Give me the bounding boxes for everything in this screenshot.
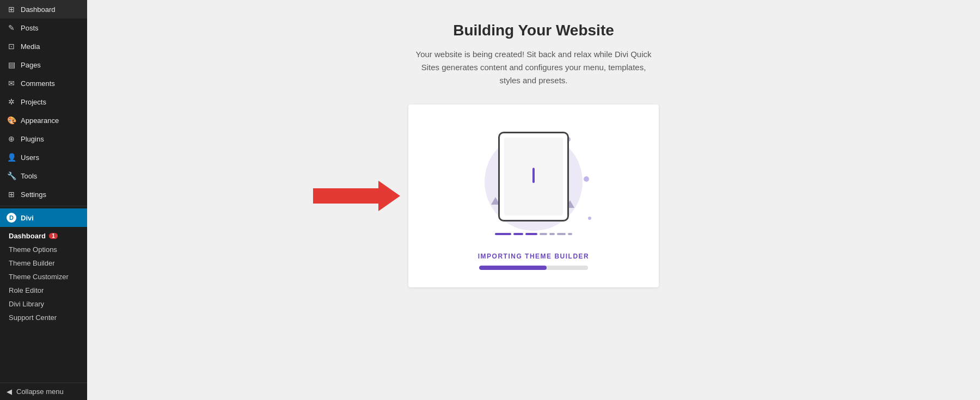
building-card: IMPORTING THEME BUILDER (408, 104, 659, 287)
sidebar-item-label: Tools (21, 172, 37, 180)
posts-icon: ✎ (7, 23, 16, 33)
illustration (463, 122, 604, 242)
divi-sub-label: Theme Options (9, 245, 57, 254)
main-content: Building Your Website Your website is be… (87, 0, 980, 400)
sidebar: ⊞ Dashboard ✎ Posts ⊡ Media ▤ Pages ✉ Co… (0, 0, 87, 400)
illus-device (498, 132, 569, 221)
line-seg-3 (525, 233, 537, 235)
divi-sub-item-theme-customizer[interactable]: Theme Customizer (0, 270, 87, 284)
separator (0, 206, 87, 206)
pages-icon: ▤ (7, 60, 16, 70)
page-subtitle: Your website is being created! Sit back … (414, 48, 653, 87)
divi-sub-label: Divi Library (9, 300, 44, 308)
sidebar-item-label: Posts (21, 24, 39, 32)
divi-sub-item-divi-library[interactable]: Divi Library (0, 297, 87, 311)
sidebar-item-comments[interactable]: ✉ Comments (0, 74, 87, 93)
sidebar-item-media[interactable]: ⊡ Media (0, 37, 87, 56)
collapse-menu-label: Collapse menu (16, 387, 64, 396)
tools-icon: 🔧 (7, 171, 16, 181)
divi-submenu: Dashboard 1 Theme Options Theme Builder … (0, 227, 87, 324)
divi-sub-label: Support Center (9, 313, 57, 322)
sidebar-item-label: Divi (21, 214, 34, 222)
divi-sub-item-dashboard[interactable]: Dashboard 1 (0, 229, 87, 243)
dot-2 (584, 176, 589, 182)
settings-icon: ⊞ (7, 189, 16, 199)
dashboard-badge: 1 (49, 233, 58, 239)
sidebar-item-plugins[interactable]: ⊕ Plugins (0, 130, 87, 148)
sidebar-item-label: Pages (21, 61, 41, 69)
progress-label: IMPORTING THEME BUILDER (478, 253, 590, 260)
divi-sub-item-theme-options[interactable]: Theme Options (0, 243, 87, 256)
sidebar-item-dashboard[interactable]: ⊞ Dashboard (0, 0, 87, 19)
sidebar-item-label: Users (21, 153, 39, 162)
plugins-icon: ⊕ (7, 134, 16, 144)
dashboard-icon: ⊞ (7, 4, 16, 14)
divi-icon: D (7, 213, 16, 223)
media-icon: ⊡ (7, 41, 16, 51)
red-arrow (313, 181, 400, 211)
line-seg-2 (513, 233, 523, 235)
sidebar-item-label: Media (21, 42, 40, 51)
sidebar-item-label: Dashboard (21, 5, 56, 14)
line-seg-6 (557, 233, 566, 235)
appearance-icon: 🎨 (7, 115, 16, 125)
sidebar-item-appearance[interactable]: 🎨 Appearance (0, 111, 87, 130)
progress-fill (479, 266, 547, 270)
sidebar-item-projects[interactable]: ✲ Projects (0, 93, 87, 111)
projects-icon: ✲ (7, 97, 16, 107)
divi-sub-label: Theme Builder (9, 259, 55, 267)
comments-icon: ✉ (7, 78, 16, 88)
illus-lines (495, 233, 572, 235)
divi-sub-label: Dashboard (9, 232, 46, 240)
progress-track (479, 266, 588, 270)
arrow-head (378, 181, 400, 211)
arrow-body (313, 188, 378, 204)
collapse-arrow-icon: ◀ (7, 387, 12, 396)
illus-cursor (532, 168, 535, 183)
line-seg-5 (549, 233, 555, 235)
sidebar-item-label: Appearance (21, 116, 59, 125)
divi-sub-label: Role Editor (9, 286, 44, 294)
line-seg-4 (540, 233, 547, 235)
sidebar-item-pages[interactable]: ▤ Pages (0, 56, 87, 74)
line-seg-1 (495, 233, 511, 235)
divi-sub-label: Theme Customizer (9, 273, 69, 281)
sidebar-item-label: Comments (21, 79, 55, 88)
sidebar-item-label: Projects (21, 98, 46, 106)
sidebar-item-tools[interactable]: 🔧 Tools (0, 167, 87, 185)
users-icon: 👤 (7, 152, 16, 162)
line-seg-7 (568, 233, 572, 235)
illus-device-inner (504, 138, 563, 216)
collapse-menu-button[interactable]: ◀ Collapse menu (0, 383, 87, 400)
page-title: Building Your Website (453, 22, 614, 39)
sidebar-item-settings[interactable]: ⊞ Settings (0, 185, 87, 204)
sidebar-item-posts[interactable]: ✎ Posts (0, 19, 87, 37)
divi-sub-item-support-center[interactable]: Support Center (0, 311, 87, 324)
divi-sub-item-role-editor[interactable]: Role Editor (0, 284, 87, 297)
divi-sub-item-theme-builder[interactable]: Theme Builder (0, 256, 87, 270)
sidebar-item-label: Settings (21, 190, 46, 199)
card-wrapper: IMPORTING THEME BUILDER (408, 104, 659, 287)
sidebar-item-users[interactable]: 👤 Users (0, 148, 87, 167)
dot-3 (588, 217, 591, 220)
sidebar-item-label: Plugins (21, 135, 44, 143)
sidebar-item-divi[interactable]: D Divi (0, 208, 87, 227)
